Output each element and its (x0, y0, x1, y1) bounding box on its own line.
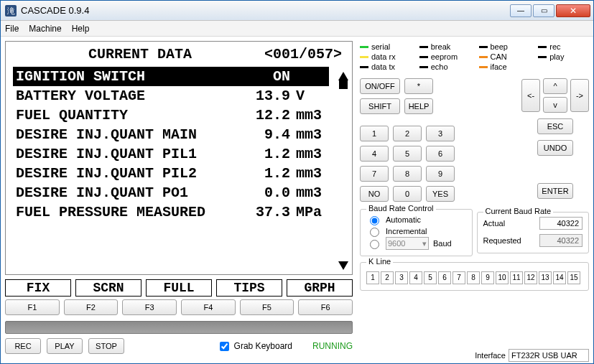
num4-button[interactable]: 4 (360, 146, 389, 162)
menu-machine[interactable]: Machine (29, 24, 61, 34)
onoff-button[interactable]: ON/OFF (360, 78, 400, 94)
kline-cell[interactable]: 10 (496, 271, 509, 284)
menubar: File Machine Help (1, 21, 593, 37)
star-button[interactable]: * (404, 78, 433, 94)
status-dash-icon (360, 46, 368, 48)
num8-button[interactable]: 8 (393, 166, 422, 182)
titlebar: 滝 CASCADE 0.9.4 — ▭ ✕ (1, 1, 593, 21)
status-rec: rec (538, 42, 589, 51)
kline-cell[interactable]: 12 (524, 271, 537, 284)
status-dash-icon (479, 66, 488, 68)
f5-button[interactable]: F5 (240, 299, 294, 315)
kline-cell[interactable]: 6 (438, 271, 451, 284)
menu-help[interactable]: Help (72, 24, 90, 34)
softkey-full[interactable]: FULL (146, 279, 212, 297)
rec-button[interactable]: REC (5, 338, 41, 354)
softkey-tips[interactable]: TIPS (216, 279, 282, 297)
requested-label: Requested (483, 236, 521, 245)
kline-cell[interactable]: 3 (395, 271, 408, 284)
status-dash-icon (479, 46, 488, 48)
status-play: play (538, 52, 589, 61)
play-button[interactable]: PLAY (47, 338, 83, 354)
num6-button[interactable]: 6 (426, 146, 455, 162)
minimize-button[interactable]: — (510, 4, 532, 17)
num0-button[interactable]: 0 (393, 186, 422, 202)
baud-fixed-select[interactable]: 9600▾ (386, 237, 429, 250)
menu-file[interactable]: File (5, 24, 19, 34)
kline-cell[interactable]: 2 (381, 271, 394, 284)
kline-cell[interactable]: 7 (453, 271, 465, 284)
maximize-button[interactable]: ▭ (533, 4, 554, 17)
kline-cell[interactable]: 14 (553, 271, 566, 284)
grab-keyboard-label: Grab Keyboard (234, 341, 292, 351)
shift-button[interactable]: SHIFT (360, 98, 400, 114)
data-row[interactable]: FUEL PRESSURE MEASURED37.3MPa (13, 202, 329, 222)
nav-right-button[interactable]: -> (570, 79, 589, 112)
baud-fixed-radio[interactable] (370, 240, 379, 249)
status-datatx: data tx (360, 62, 411, 71)
enter-button[interactable]: ENTER (537, 183, 573, 199)
window-title: CASCADE 0.9.4 (21, 5, 89, 16)
nav-left-button[interactable]: <- (521, 79, 540, 112)
help-button[interactable]: HELP (404, 98, 433, 114)
data-row[interactable]: DESIRE INJ.QUANT PIL21.2mm3 (13, 164, 329, 183)
kline-cell[interactable]: 5 (424, 271, 437, 284)
status-datarx: data rx (360, 52, 411, 61)
status-dash-icon (419, 46, 428, 48)
f1-button[interactable]: F1 (5, 299, 60, 315)
baud-auto-radio[interactable] (370, 216, 379, 225)
data-row[interactable]: DESIRE INJ.QUANT PIL11.2mm3 (13, 144, 329, 164)
scroll-marker-icon (339, 80, 348, 89)
f6-button[interactable]: F6 (298, 299, 353, 315)
kline-group: K Line 123456789101112131415 (360, 262, 589, 291)
num3-button[interactable]: 3 (426, 126, 455, 141)
status-break: break (419, 42, 470, 51)
display-frame: CURRENT DATA <001/057> IGNITION SWITCHON… (5, 41, 353, 275)
status-indicators: serialbreakbeeprecdata rxeepromCANplayda… (360, 42, 589, 71)
baud-incr-label: Incremental (386, 227, 427, 235)
baud-auto-label: Automatic (386, 215, 421, 224)
undo-button[interactable]: UNDO (537, 140, 573, 156)
actual-label: Actual (483, 219, 506, 228)
data-row[interactable]: FUEL QUANTITY12.2mm3 (13, 106, 329, 125)
kline-cell[interactable]: 8 (467, 271, 480, 284)
num7-button[interactable]: 7 (360, 166, 389, 182)
yes-button[interactable]: YES (426, 186, 455, 202)
stop-button[interactable]: STOP (88, 338, 124, 354)
softkey-fix[interactable]: FIX (5, 279, 71, 297)
softkey-scrn[interactable]: SCRN (75, 279, 141, 297)
num9-button[interactable]: 9 (426, 166, 455, 182)
kline-cell[interactable]: 9 (481, 271, 494, 284)
close-button[interactable]: ✕ (556, 4, 590, 17)
status-eeprom: eeprom (419, 52, 470, 61)
num5-button[interactable]: 5 (393, 146, 422, 162)
kline-cell[interactable]: 15 (567, 271, 580, 284)
kline-cell[interactable]: 13 (539, 271, 552, 284)
interface-label: Interface (475, 351, 506, 360)
num1-button[interactable]: 1 (360, 126, 389, 141)
f2-button[interactable]: F2 (64, 299, 119, 315)
f3-button[interactable]: F3 (122, 299, 177, 315)
kline-cell[interactable]: 1 (366, 271, 379, 284)
data-row[interactable]: BATTERY VOLTAGE13.9V (13, 86, 329, 106)
esc-button[interactable]: ESC (537, 118, 573, 134)
data-row[interactable]: DESIRE INJ.QUANT PO10.0mm3 (13, 183, 329, 202)
app-icon: 滝 (5, 5, 17, 17)
data-row[interactable]: DESIRE INJ.QUANT MAIN9.4mm3 (13, 125, 329, 144)
status-serial: serial (360, 42, 411, 51)
softkey-grph[interactable]: GRPH (287, 279, 353, 297)
grab-keyboard-checkbox[interactable] (220, 342, 229, 351)
scroll-down-icon[interactable] (338, 261, 348, 270)
num2-button[interactable]: 2 (393, 126, 422, 141)
actual-baud-value: 40322 (539, 217, 583, 230)
scroll-up-icon[interactable] (338, 72, 348, 80)
nav-up-button[interactable]: ^ (543, 78, 567, 94)
kline-cell[interactable]: 4 (409, 271, 422, 284)
data-row[interactable]: IGNITION SWITCHON (13, 67, 329, 86)
kline-cell[interactable]: 11 (510, 271, 523, 284)
nav-down-button[interactable]: v (543, 97, 567, 113)
f4-button[interactable]: F4 (181, 299, 236, 315)
no-button[interactable]: NO (360, 186, 389, 202)
screen-title: CURRENT DATA (88, 46, 192, 62)
baud-incr-radio[interactable] (370, 228, 379, 237)
